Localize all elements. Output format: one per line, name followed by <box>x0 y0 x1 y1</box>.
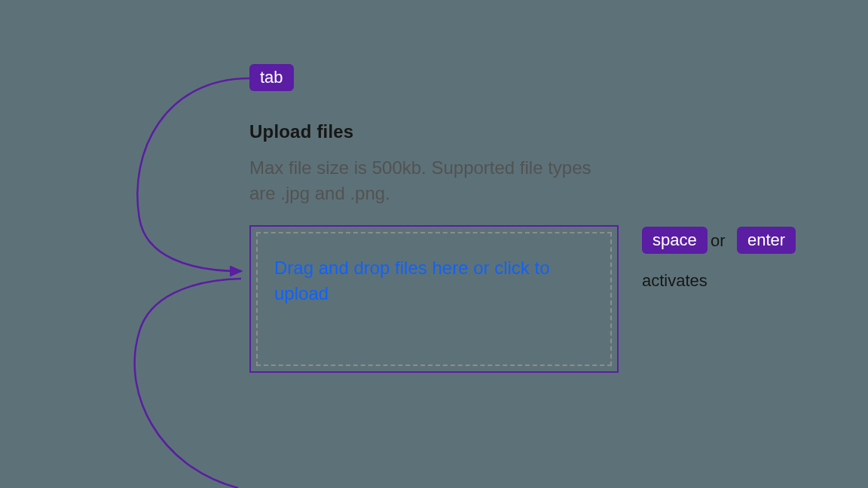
activates-label: activates <box>642 271 708 291</box>
key-tab-badge: tab <box>249 64 294 91</box>
key-space-badge: space <box>642 227 708 254</box>
uploader-subtext: Max file size is 500kb. Supported file t… <box>249 155 611 206</box>
file-dropzone-label: Drag and drop files here or click to upl… <box>274 255 576 306</box>
or-label: or <box>711 231 726 251</box>
uploader-heading: Upload files <box>249 121 353 142</box>
key-enter-badge: enter <box>737 227 796 254</box>
diagram-canvas: tab Upload files Max file size is 500kb.… <box>0 0 868 488</box>
